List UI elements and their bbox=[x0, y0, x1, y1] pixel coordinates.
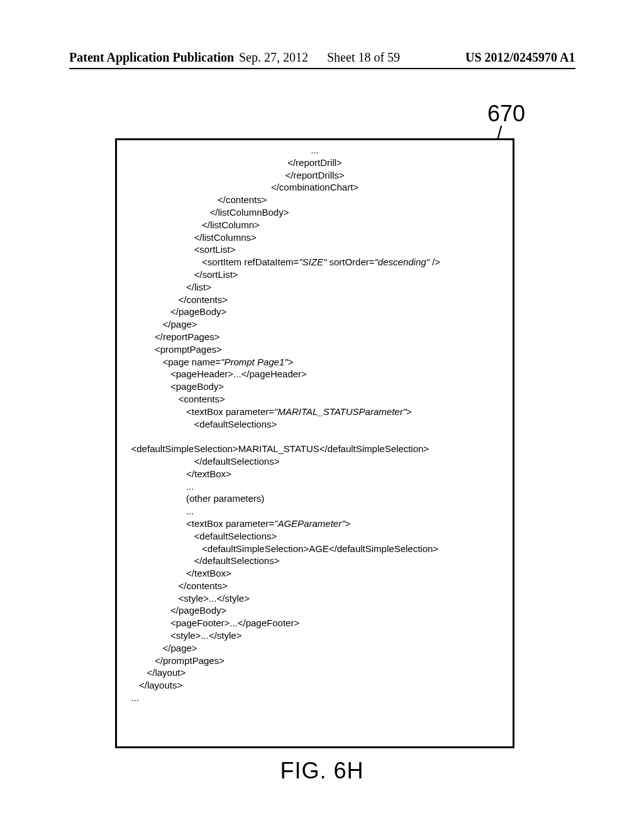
header-publication-number: US 2012/0245970 A1 bbox=[465, 50, 575, 65]
code-line: </defaultSelections> bbox=[194, 456, 280, 467]
code-line: ... bbox=[186, 481, 194, 492]
code-attr-value: "MARITAL_STATUSParameter" bbox=[274, 406, 406, 417]
code-line: <sortItem refDataItem= bbox=[202, 257, 299, 267]
code-line: (other parameters) bbox=[186, 493, 264, 504]
code-attr-value: "AGEParameter" bbox=[274, 518, 345, 529]
figure-caption: FIG. 6H bbox=[0, 758, 644, 784]
code-listing: ...</reportDrill></reportDrills></combin… bbox=[123, 144, 506, 704]
code-line: </page> bbox=[163, 643, 197, 653]
code-line: </reportDrill> bbox=[123, 157, 506, 169]
code-line: <sortList> bbox=[194, 244, 236, 255]
code-line: <defaultSelections> bbox=[194, 531, 277, 541]
code-line: ... bbox=[186, 506, 194, 516]
code-line: </layout> bbox=[147, 667, 186, 678]
code-line: </promptPages> bbox=[155, 655, 225, 666]
code-line: </page> bbox=[163, 319, 197, 329]
code-line: </combinationChart> bbox=[123, 181, 506, 194]
page-root: Patent Application Publication Sep. 27, … bbox=[0, 0, 644, 830]
code-line: <defaultSelections> bbox=[194, 419, 277, 429]
code-line: </layouts> bbox=[139, 680, 182, 690]
code-line: <textBox parameter= bbox=[186, 406, 274, 417]
code-line: <pageBody> bbox=[170, 381, 224, 392]
code-line: </list> bbox=[186, 282, 211, 292]
code-line: <page name= bbox=[163, 357, 221, 367]
code-line: <style>...</style> bbox=[179, 593, 250, 604]
code-line: </sortList> bbox=[194, 269, 238, 280]
code-line: <defaultSimpleSelection>AGE</defaultSimp… bbox=[202, 543, 438, 554]
code-line: <style>...</style> bbox=[170, 630, 242, 641]
code-line: ... bbox=[123, 144, 506, 157]
code-line: <textBox parameter= bbox=[186, 518, 274, 529]
code-line: ... bbox=[131, 692, 140, 703]
code-line: <pageHeader>...</pageHeader> bbox=[170, 368, 307, 379]
code-attr-value: "Prompt Page1" bbox=[221, 357, 288, 367]
code-line: <promptPages> bbox=[155, 344, 222, 355]
code-line: <contents> bbox=[179, 394, 225, 404]
code-line: </pageBody> bbox=[170, 306, 226, 317]
header-date: Sep. 27, 2012 bbox=[239, 50, 308, 65]
code-line: <defaultSimpleSelection>MARITAL_STATUS</… bbox=[131, 443, 430, 454]
code-attr-value: "SIZE" bbox=[299, 257, 326, 267]
code-line: sortOrder= bbox=[326, 257, 374, 267]
code-line: </reportPages> bbox=[155, 331, 219, 342]
code-line: </contents> bbox=[218, 194, 267, 205]
code-line: <pageFooter>...</pageFooter> bbox=[170, 617, 299, 628]
code-line: > bbox=[288, 357, 294, 367]
code-line: </pageBody> bbox=[170, 605, 226, 616]
header-title: Patent Application Publication bbox=[69, 50, 234, 65]
code-line: </defaultSelections> bbox=[194, 555, 280, 566]
code-line: > bbox=[406, 406, 412, 417]
code-line: </textBox> bbox=[186, 568, 231, 578]
code-line: /> bbox=[430, 257, 440, 267]
code-line: </listColumns> bbox=[194, 232, 257, 243]
code-line: </contents> bbox=[179, 294, 228, 305]
header-sheet: Sheet 18 of 59 bbox=[327, 50, 400, 65]
code-listing-box: ...</reportDrill></reportDrills></combin… bbox=[115, 138, 514, 748]
page-header: Patent Application Publication Sep. 27, … bbox=[0, 50, 644, 69]
code-line: </textBox> bbox=[186, 468, 231, 479]
code-line: > bbox=[345, 518, 350, 529]
figure-reference-number: 670 bbox=[487, 101, 525, 127]
code-attr-value: "descending" bbox=[375, 257, 430, 267]
code-line: </listColumn> bbox=[202, 219, 260, 230]
code-line: </reportDrills> bbox=[123, 169, 506, 182]
code-line: </listColumnBody> bbox=[210, 207, 289, 218]
header-rule bbox=[69, 68, 575, 69]
code-line: </contents> bbox=[179, 580, 228, 591]
